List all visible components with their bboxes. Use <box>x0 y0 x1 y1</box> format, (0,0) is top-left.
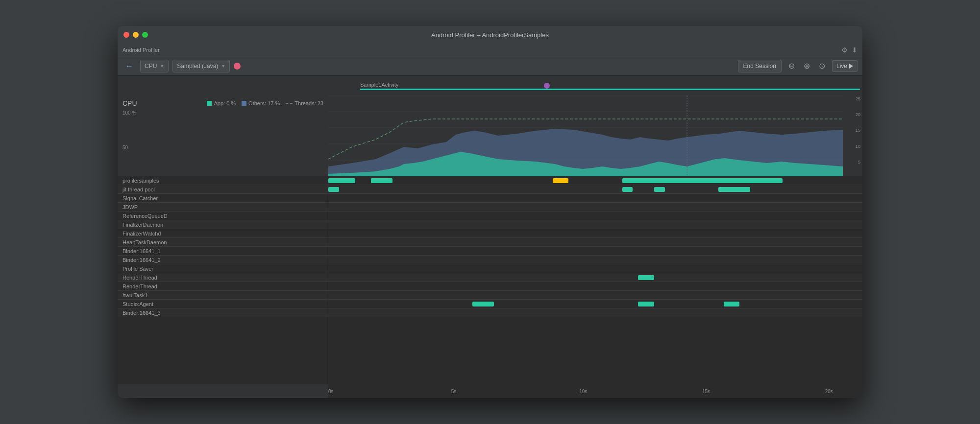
settings-icon[interactable]: ⚙ <box>841 46 848 54</box>
thread-chart-row-13 <box>328 291 862 300</box>
tick-0s: 0s <box>328 389 334 394</box>
tick-5s: 5s <box>451 389 457 394</box>
thread-name-render1: RenderThread <box>122 275 157 281</box>
thread-bar <box>654 187 665 192</box>
minimize-button[interactable] <box>133 32 139 38</box>
thread-bar <box>328 187 339 192</box>
legend-threads-dash <box>286 103 293 104</box>
title-bar: Android Profiler – AndroidProfilerSample… <box>118 26 862 44</box>
thread-row: Binder:16641_1 <box>118 247 328 256</box>
thread-row: FinalizerDaemon <box>118 220 328 229</box>
legend-others-box <box>242 101 246 106</box>
thread-bar <box>371 178 392 183</box>
thread-chart-row-8 <box>328 247 862 256</box>
thread-section: profilersamples jit thread pool Signal C… <box>118 176 862 384</box>
thread-bar <box>622 187 633 192</box>
cpu-dropdown[interactable]: CPU ▼ <box>140 60 169 72</box>
end-session-button[interactable]: End Session <box>738 60 782 72</box>
close-button[interactable] <box>123 32 129 38</box>
thread-row: RenderThread <box>118 273 328 282</box>
thread-chart-area[interactable] <box>328 176 862 384</box>
profiler-toolbar-label: Android Profiler <box>122 47 160 53</box>
thread-row: profilersamples <box>118 176 328 185</box>
zoom-out-button[interactable]: ⊖ <box>786 61 797 71</box>
activity-dot <box>544 83 550 89</box>
activity-line <box>360 89 860 90</box>
right-axis-20: 20 <box>856 112 860 117</box>
cpu-dropdown-arrow: ▼ <box>160 64 164 69</box>
tick-15s: 15s <box>702 389 710 394</box>
window-title: Android Profiler – AndroidProfilerSample… <box>431 31 549 39</box>
thread-chart-row-15 <box>328 308 862 317</box>
thread-bar <box>638 302 654 306</box>
profiler-dropdown-label: Sampled (Java) <box>177 63 218 70</box>
record-button[interactable] <box>234 63 241 70</box>
thread-row: Signal Catcher <box>118 194 328 203</box>
thread-row: FinalizerWatchd <box>118 229 328 238</box>
thread-chart-row-10 <box>328 264 862 273</box>
thread-chart-row-6 <box>328 229 862 238</box>
profiler-toolbar: Android Profiler ⚙ ⬇ <box>118 44 862 56</box>
thread-row: Binder:16641_3 <box>118 308 328 317</box>
thread-row: Binder:16641_2 <box>118 256 328 264</box>
thread-name-finalizerw: FinalizerWatchd <box>122 231 161 236</box>
maximize-button[interactable] <box>142 32 148 38</box>
thread-chart-row-4 <box>328 212 862 220</box>
thread-row: jit thread pool <box>118 185 328 194</box>
legend-app-box <box>207 101 212 106</box>
live-label: Live <box>836 63 847 70</box>
legend-threads-label: Threads: 23 <box>294 100 323 106</box>
thread-name-jit: jit thread pool <box>122 187 155 192</box>
timeline-spacer <box>118 384 328 398</box>
cpu-percent-100: 100 % <box>122 110 323 116</box>
live-button[interactable]: Live <box>832 60 858 72</box>
thread-chart-row-7 <box>328 238 862 247</box>
thread-bar-yellow <box>553 178 569 183</box>
thread-bar <box>622 178 783 183</box>
cpu-title: CPU <box>122 99 137 107</box>
right-axis-10: 10 <box>856 144 860 149</box>
thread-bar <box>718 187 750 192</box>
chart-section: CPU App: 0 % Others: 17 % Threads: 23 <box>118 95 862 398</box>
zoom-in-button[interactable]: ⊕ <box>802 61 812 71</box>
back-button[interactable]: ← <box>122 61 136 71</box>
tick-10s: 10s <box>579 389 587 394</box>
thread-row: Studio:Agent <box>118 300 328 308</box>
thread-name-render2: RenderThread <box>122 283 157 289</box>
thread-chart-row-0 <box>328 176 862 185</box>
thread-chart-row-5 <box>328 220 862 229</box>
legend-others-label: Others: 17 % <box>248 100 280 106</box>
thread-bar <box>724 302 740 306</box>
thread-row: ReferenceQueueD <box>118 212 328 220</box>
profiler-dropdown-arrow: ▼ <box>221 64 225 69</box>
right-axis: 25 20 15 10 5 <box>843 95 862 176</box>
thread-name-studio: Studio:Agent <box>122 301 153 307</box>
thread-bar <box>472 302 494 306</box>
cpu-percent-50: 50 <box>122 145 323 150</box>
cpu-dropdown-label: CPU <box>145 63 157 70</box>
legend-app: App: 0 % <box>207 100 236 106</box>
thread-name-binder3: Binder:16641_3 <box>122 310 161 316</box>
thread-name-jdwp: JDWP <box>122 204 138 210</box>
right-axis-25: 25 <box>856 96 860 101</box>
app-window: Android Profiler – AndroidProfilerSample… <box>118 26 862 398</box>
thread-bar <box>638 275 654 280</box>
live-play-icon <box>849 64 853 69</box>
zoom-reset-button[interactable]: ⊙ <box>817 61 827 71</box>
thread-row: HeapTaskDaemon <box>118 238 328 247</box>
thread-name-binder2: Binder:16641_2 <box>122 257 161 263</box>
right-axis-5: 5 <box>858 160 860 165</box>
thread-name-finalizerd: FinalizerDaemon <box>122 222 163 228</box>
activity-label: Sample1Activity <box>360 82 398 88</box>
nav-bar: ← CPU ▼ Sampled (Java) ▼ End Session ⊖ ⊕… <box>118 56 862 76</box>
thread-name-heap: HeapTaskDaemon <box>122 239 167 245</box>
profiler-dropdown[interactable]: Sampled (Java) ▼ <box>172 60 230 72</box>
legend-others: Others: 17 % <box>242 100 280 106</box>
timeline-axis: 0s 5s 10s 15s 20s <box>118 384 862 398</box>
session-bar: Sample1Activity <box>118 76 862 95</box>
download-icon[interactable]: ⬇ <box>852 46 858 54</box>
tick-20s: 20s <box>825 389 833 394</box>
legend-app-label: App: 0 % <box>214 100 236 106</box>
thread-chart-row-11 <box>328 273 862 282</box>
cpu-chart-area[interactable] <box>328 95 843 176</box>
